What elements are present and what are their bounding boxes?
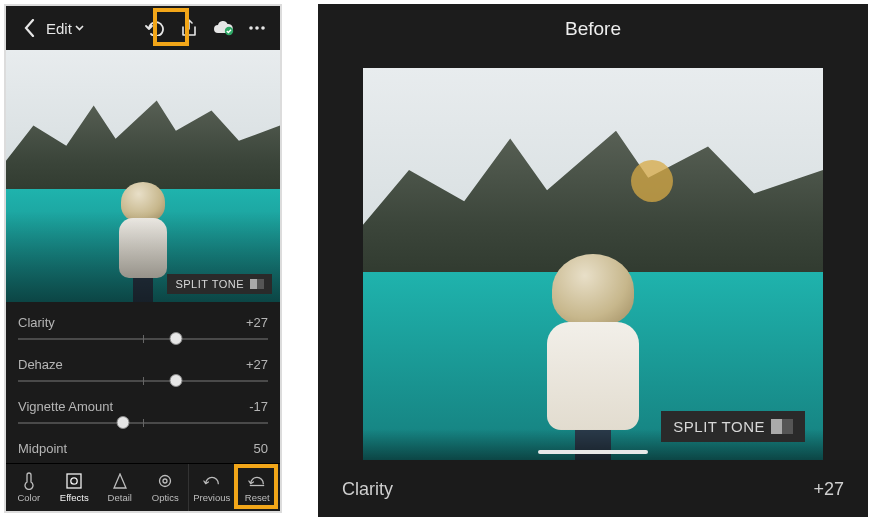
before-image[interactable]: SPLIT TONE	[363, 68, 823, 460]
share-icon	[181, 19, 197, 37]
undo-button[interactable]	[138, 11, 172, 45]
sliders-panel-before: Clarity +27	[318, 460, 868, 517]
before-label: Before	[318, 4, 868, 54]
bottom-bar: Color Effects Detail Optics Previous Res…	[6, 463, 280, 511]
slider-clarity[interactable]: Clarity +27	[342, 472, 844, 502]
split-tone-icon	[771, 419, 793, 434]
detail-icon	[111, 472, 129, 490]
cloud-status[interactable]	[206, 11, 240, 45]
back-button[interactable]	[12, 11, 46, 45]
reset-icon	[248, 472, 266, 490]
share-button[interactable]	[172, 11, 206, 45]
more-icon	[248, 25, 266, 31]
before-panel: Before SPLIT TONE Clarity +27	[318, 4, 868, 517]
touch-indicator	[631, 160, 673, 202]
chevron-left-icon	[24, 19, 35, 37]
edit-menu[interactable]: Edit	[46, 20, 84, 37]
more-button[interactable]	[240, 11, 274, 45]
undo-icon	[145, 20, 165, 36]
tab-reset[interactable]: Reset	[235, 464, 281, 511]
svg-rect-4	[67, 474, 81, 488]
svg-point-1	[249, 26, 253, 30]
slider-clarity[interactable]: Clarity+27	[18, 308, 268, 350]
svg-point-2	[255, 26, 259, 30]
image-preview[interactable]: SPLIT TONE	[6, 50, 280, 302]
slider-dehaze[interactable]: Dehaze+27	[18, 350, 268, 392]
sliders-panel: Clarity+27 Dehaze+27 Vignette Amount-17 …	[6, 302, 280, 463]
tab-previous[interactable]: Previous	[188, 464, 235, 511]
effects-icon	[65, 472, 83, 490]
optics-icon	[156, 472, 174, 490]
cloud-check-icon	[212, 20, 234, 36]
svg-point-6	[160, 476, 171, 487]
edit-label: Edit	[46, 20, 72, 37]
split-tone-button[interactable]: SPLIT TONE	[167, 274, 272, 294]
tab-color[interactable]: Color	[6, 464, 52, 511]
thermometer-icon	[20, 472, 38, 490]
slider-vignette-amount[interactable]: Vignette Amount-17	[18, 392, 268, 434]
previous-icon	[203, 472, 221, 490]
phone-editor: Edit SPLIT TONE	[4, 4, 282, 513]
split-tone-button[interactable]: SPLIT TONE	[661, 411, 805, 442]
tab-optics[interactable]: Optics	[143, 464, 189, 511]
split-tone-label: SPLIT TONE	[673, 418, 765, 435]
tab-effects[interactable]: Effects	[52, 464, 98, 511]
svg-point-3	[261, 26, 265, 30]
tab-detail[interactable]: Detail	[97, 464, 143, 511]
svg-point-5	[71, 478, 77, 484]
svg-point-7	[163, 479, 167, 483]
home-indicator	[538, 450, 648, 454]
chevron-down-icon	[75, 25, 84, 31]
split-tone-icon	[250, 279, 264, 289]
top-bar: Edit	[6, 6, 280, 50]
split-tone-label: SPLIT TONE	[175, 278, 244, 290]
slider-midpoint[interactable]: Midpoint50	[18, 434, 268, 456]
